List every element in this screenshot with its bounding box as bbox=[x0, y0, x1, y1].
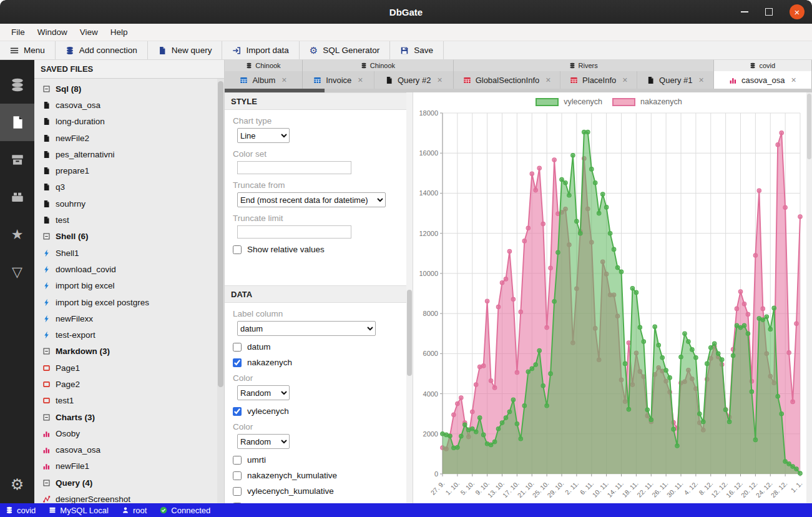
rail-plugins-icon[interactable] bbox=[0, 179, 34, 216]
column-checkbox-vylecenych[interactable] bbox=[233, 407, 242, 416]
tab-casova-osa[interactable]: casova_osa× bbox=[714, 71, 811, 89]
tab-placeinfo[interactable]: PlaceInfo× bbox=[560, 71, 637, 89]
rail-files-icon[interactable] bbox=[0, 104, 34, 141]
tab-close-icon[interactable]: × bbox=[545, 75, 550, 85]
file-group-header[interactable]: Sql (8) bbox=[34, 81, 224, 97]
label-column-select[interactable]: datum bbox=[237, 321, 376, 336]
rail-settings-icon[interactable]: ⚙ bbox=[0, 471, 34, 498]
collapse-icon[interactable] bbox=[42, 413, 51, 421]
tab-close-icon[interactable]: × bbox=[358, 75, 363, 85]
column-checkbox-umrti[interactable] bbox=[233, 456, 242, 465]
save-button[interactable]: Save bbox=[390, 41, 444, 59]
chart-scrollbar[interactable] bbox=[806, 92, 812, 503]
file-file-icon bbox=[42, 117, 51, 126]
column-checkbox-nakazenych[interactable] bbox=[233, 358, 242, 367]
rail-favorites-icon[interactable]: ★ bbox=[0, 216, 34, 254]
file-item[interactable]: souhrny bbox=[34, 195, 224, 212]
tab-close-icon[interactable]: × bbox=[437, 75, 442, 85]
file-item[interactable]: newFilexx bbox=[34, 310, 224, 327]
color-select-vylecenych[interactable]: Random bbox=[237, 434, 290, 449]
file-item[interactable]: long-duration bbox=[34, 114, 224, 130]
truncate-from-select[interactable]: End (most recent data for datetime) bbox=[237, 192, 386, 207]
new-query-button[interactable]: New query bbox=[148, 41, 223, 59]
tab-close-icon[interactable]: × bbox=[791, 75, 796, 85]
chart-scrollbar-thumb[interactable] bbox=[807, 94, 811, 159]
rail-archive-icon[interactable] bbox=[0, 141, 34, 179]
tab-query-2[interactable]: Query #2× bbox=[374, 71, 453, 89]
collapse-icon[interactable] bbox=[42, 232, 51, 240]
files-scrollbar-thumb[interactable] bbox=[218, 81, 223, 387]
label-column-label: Label column bbox=[233, 309, 413, 318]
tab-album[interactable]: Album× bbox=[225, 71, 302, 89]
menu-item-window[interactable]: Window bbox=[31, 27, 74, 37]
file-item[interactable]: test-export bbox=[34, 327, 224, 343]
color-set-input[interactable] bbox=[237, 161, 351, 174]
truncate-limit-input[interactable] bbox=[237, 225, 351, 239]
status-mysql-local[interactable]: MySQL Local bbox=[49, 506, 109, 515]
tab-close-icon[interactable]: × bbox=[699, 75, 704, 85]
file-group-header[interactable]: Query (4) bbox=[34, 475, 224, 491]
file-item[interactable]: pes_alternativni bbox=[34, 146, 224, 162]
tab-globalsectioninfo[interactable]: GlobalSectionInfo× bbox=[454, 71, 560, 89]
column-checkbox-vylecenych_kumulative[interactable] bbox=[233, 487, 242, 496]
sql-generator-button[interactable]: ⚙SQL Generator bbox=[300, 41, 391, 59]
menu-button[interactable]: Menu bbox=[0, 41, 56, 59]
file-item[interactable]: import big excel postgres bbox=[34, 294, 224, 310]
file-item[interactable]: download_covid bbox=[34, 261, 224, 277]
file-group-header[interactable]: Markdown (3) bbox=[34, 343, 224, 360]
props-scrollbar[interactable] bbox=[406, 92, 413, 503]
file-item-label: Osoby bbox=[56, 429, 80, 438]
tab-group: RiversGlobalSectionInfo×PlaceInfo×Query … bbox=[454, 60, 714, 89]
tab-close-icon[interactable]: × bbox=[281, 75, 286, 85]
file-item[interactable]: newFile2 bbox=[34, 130, 224, 146]
rail-filter-icon[interactable]: ▽ bbox=[0, 254, 34, 291]
file-item[interactable]: import big excel bbox=[34, 278, 224, 294]
maximize-button[interactable] bbox=[765, 8, 773, 16]
legend-item-nakazenych[interactable]: nakazenych bbox=[612, 97, 682, 106]
file-item[interactable]: Page2 bbox=[34, 376, 224, 392]
import-data-button[interactable]: Import data bbox=[222, 41, 299, 59]
file-item[interactable]: designerScreenshot bbox=[34, 491, 224, 503]
menu-item-file[interactable]: File bbox=[5, 27, 31, 37]
file-item[interactable]: test bbox=[34, 212, 224, 228]
svg-text:16000: 16000 bbox=[419, 149, 438, 157]
bolt-file-icon bbox=[42, 298, 51, 307]
collapse-icon[interactable] bbox=[42, 479, 51, 487]
collapse-icon[interactable] bbox=[42, 85, 51, 93]
chart-type-select[interactable]: Line bbox=[237, 128, 290, 143]
menu-item-help[interactable]: Help bbox=[104, 27, 134, 37]
file-item[interactable]: prepare1 bbox=[34, 162, 224, 179]
show-relative-values-checkbox[interactable] bbox=[233, 245, 242, 254]
column-checkbox-nakazenych_kumulative[interactable] bbox=[233, 471, 242, 480]
props-scrollbar-thumb[interactable] bbox=[407, 290, 412, 376]
file-item[interactable]: test1 bbox=[34, 393, 224, 409]
file-item[interactable]: casova_osa bbox=[34, 97, 224, 113]
file-group-header[interactable]: Shell (6) bbox=[34, 229, 224, 245]
file-item[interactable]: Osoby bbox=[34, 425, 224, 441]
add-connection-button[interactable]: Add connection bbox=[56, 41, 148, 59]
legend-item-vylecenych[interactable]: vylecenych bbox=[536, 97, 602, 106]
status-connected[interactable]: Connected bbox=[160, 506, 210, 515]
menu-item-view[interactable]: View bbox=[74, 27, 104, 37]
file-item[interactable]: q3 bbox=[34, 179, 224, 195]
status-root[interactable]: root bbox=[122, 506, 147, 515]
file-item[interactable]: Page1 bbox=[34, 360, 224, 376]
column-row-umrti: umrti bbox=[233, 455, 413, 465]
column-checkbox-datum[interactable] bbox=[233, 343, 242, 352]
file-item[interactable]: Shell1 bbox=[34, 245, 224, 261]
status-covid[interactable]: covid bbox=[6, 506, 36, 515]
rail-database-icon[interactable] bbox=[0, 66, 34, 104]
tab-invoice[interactable]: Invoice× bbox=[303, 71, 374, 89]
file-item[interactable]: casova_osa bbox=[34, 442, 224, 458]
files-scrollbar[interactable] bbox=[217, 79, 224, 503]
file-item[interactable]: newFile1 bbox=[34, 458, 224, 475]
square-file-icon bbox=[42, 364, 51, 372]
minimize-button[interactable] bbox=[741, 11, 748, 12]
column-checkbox-umrti_kumulative[interactable] bbox=[233, 503, 242, 504]
tab-close-icon[interactable]: × bbox=[622, 75, 627, 85]
tab-query-1[interactable]: Query #1× bbox=[637, 71, 713, 89]
color-select-nakazenych[interactable]: Random bbox=[237, 385, 290, 400]
collapse-icon[interactable] bbox=[42, 347, 51, 355]
file-group-header[interactable]: Charts (3) bbox=[34, 409, 224, 425]
close-button[interactable]: × bbox=[790, 4, 805, 19]
